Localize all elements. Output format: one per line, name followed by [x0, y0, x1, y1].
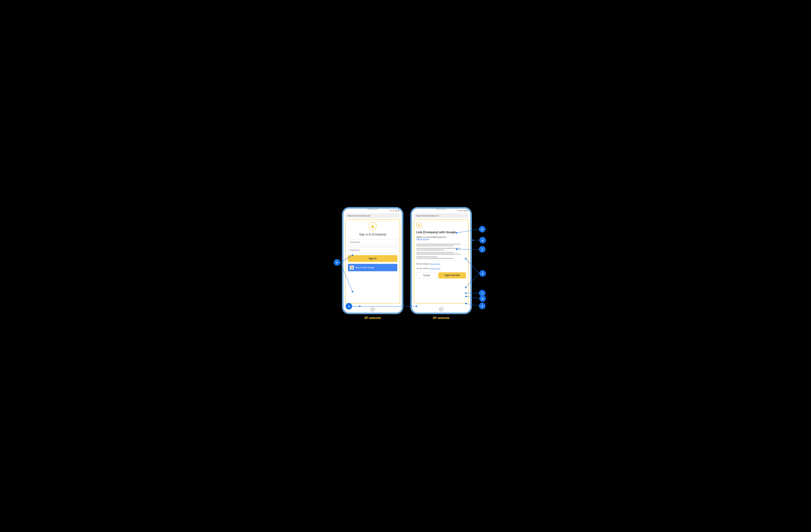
status-icons-right: ▾ ▲ ▰: [458, 210, 462, 212]
change-account-link[interactable]: change account: [416, 238, 466, 240]
sign-in-button[interactable]: Sign In: [348, 255, 397, 262]
permissions-section: ⌄ ⌄: [416, 242, 466, 261]
right-phone-screen: https://www.example.com Link [Company] w…: [412, 212, 470, 305]
battery-icon-r: ▰: [461, 210, 462, 212]
signed-in-text: Signed in as user123@example.com: [416, 236, 466, 238]
home-button-left: [343, 305, 402, 313]
right-phone-content: Link [Company] with Google Signed in as …: [414, 219, 469, 304]
left-phone: ▾ ▲ ▰ 12:30 https://www.example.com Sign…: [342, 208, 403, 314]
time-left: 12:30: [395, 210, 399, 212]
perm-bar: [416, 254, 461, 255]
phone-notch-left: [367, 209, 378, 210]
phone-notch-right: [435, 209, 447, 210]
perm-bar: [416, 248, 461, 249]
policy-row-2: You can unlink at example.com: [416, 267, 466, 270]
svg-point-38: [479, 303, 486, 309]
svg-point-12: [479, 226, 486, 232]
perm-bars-2: [416, 248, 463, 250]
permission-row-2: ⌄: [416, 248, 466, 250]
company-logo-left: [348, 222, 397, 230]
signal-icon: ▲: [391, 210, 392, 212]
label-right: 3P website: [433, 316, 450, 320]
google-g-icon: [350, 266, 353, 269]
address-bar-left: https://www.example.com: [345, 213, 400, 218]
agree-and-link-button[interactable]: Agree and link: [438, 272, 466, 278]
right-phone: ▾ ▲ ▰ 12:30 https://www.example.com Link…: [411, 208, 471, 314]
link-title: Link [Company] with Google: [416, 231, 466, 234]
chevron-icon-4[interactable]: ⌄: [464, 256, 466, 259]
left-phone-screen: https://www.example.com Sign in to [Comp…: [343, 212, 402, 305]
policy-row-1: Review Google's Privacy Policy: [416, 262, 466, 265]
diagram-container: 5 4 8 A 7 2 1: [309, 202, 502, 330]
google-icon-box: [350, 265, 354, 270]
perm-bar: [416, 252, 454, 253]
svg-point-20: [479, 246, 486, 253]
action-buttons: Cancel Agree and link: [416, 272, 466, 278]
svg-text:2: 2: [482, 272, 483, 275]
logo-title-row: [416, 222, 466, 228]
company-logo-right: [416, 222, 422, 228]
logo-triangle-left: [371, 225, 374, 228]
label-left: 3P website: [364, 316, 381, 320]
perm-bars-1: [416, 244, 463, 246]
battery-icon: ▰: [393, 210, 394, 212]
address-bar-right: https://www.example.com: [414, 213, 469, 218]
home-circle-left: [370, 307, 375, 312]
svg-text:A: A: [482, 239, 484, 242]
unlink-link[interactable]: example.com: [430, 268, 440, 269]
password-field[interactable]: Password: [348, 247, 397, 253]
svg-point-30: [479, 290, 486, 297]
svg-text:5: 5: [336, 261, 338, 264]
home-button-right: [412, 305, 470, 313]
wifi-icon: ▾: [389, 210, 390, 212]
permission-row-4: ⌄: [416, 256, 466, 259]
chevron-icon-1[interactable]: ⌄: [464, 244, 466, 246]
signal-icon-r: ▲: [459, 210, 461, 212]
perm-bar: [416, 258, 454, 259]
left-phone-wrapper: ▾ ▲ ▰ 12:30 https://www.example.com Sign…: [342, 208, 403, 320]
status-icons-left: ▾ ▲ ▰: [389, 210, 394, 212]
username-field[interactable]: Username: [348, 239, 397, 245]
svg-text:3: 3: [481, 304, 483, 307]
sign-in-title: Sign in to [Company]: [348, 233, 397, 236]
perm-bar: [416, 244, 461, 245]
svg-point-19: [472, 240, 474, 241]
perm-bars-3: [416, 252, 463, 255]
svg-point-0: [334, 259, 340, 266]
svg-point-16: [479, 237, 486, 243]
logo-triangle-right: [418, 224, 420, 226]
chevron-icon-2[interactable]: ⌄: [464, 248, 466, 250]
privacy-policy-link[interactable]: Privacy Policy: [430, 263, 441, 265]
svg-text:7: 7: [481, 248, 483, 251]
home-circle-right: [439, 307, 444, 312]
perm-bar: [416, 256, 437, 257]
account-info: Signed in as user123@example.com change …: [416, 236, 466, 240]
chevron-icon-3[interactable]: ⌄: [464, 252, 466, 255]
google-sign-in-button[interactable]: Sign in with Google: [348, 264, 397, 271]
connector-lines: 5 4 8 A 7 2 1: [309, 202, 502, 330]
wifi-icon-r: ▾: [458, 210, 458, 212]
perm-bar: [416, 249, 444, 250]
svg-text:8: 8: [481, 228, 483, 231]
svg-point-24: [479, 270, 486, 277]
right-phone-wrapper: ▾ ▲ ▰ 12:30 https://www.example.com Link…: [411, 208, 471, 320]
svg-text:1: 1: [481, 292, 483, 295]
perm-bar: [416, 245, 454, 246]
permission-row-3: ⌄: [416, 252, 466, 255]
svg-text:6: 6: [482, 297, 483, 300]
left-phone-content: Sign in to [Company] Username Password S…: [345, 219, 400, 304]
cancel-button[interactable]: Cancel: [416, 272, 437, 278]
perm-bars-4: [416, 256, 463, 259]
permission-row-1: ⌄: [416, 244, 466, 246]
time-right: 12:30: [463, 210, 468, 212]
logo-circle-left: [369, 222, 377, 230]
svg-point-34: [479, 295, 486, 302]
policy-text-1: Review Google's: [416, 263, 430, 265]
policy-text-2: You can unlink at: [416, 268, 430, 269]
google-btn-label: Sign in with Google: [355, 266, 374, 269]
